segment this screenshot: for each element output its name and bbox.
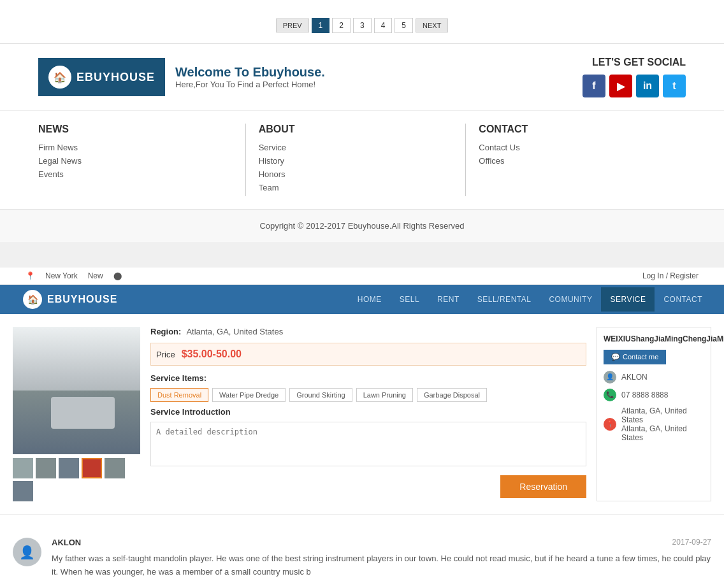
comments-section: 👤 AKLON 2017-09-27 My father was a self-… bbox=[0, 514, 724, 588]
thumb-2[interactable] bbox=[36, 458, 56, 478]
nav-sell[interactable]: SELL bbox=[391, 287, 428, 312]
nav-comunity[interactable]: COMUNITY bbox=[540, 287, 601, 312]
nav-service[interactable]: SERVICE bbox=[601, 287, 655, 312]
topbar: 📍 New York New ⬤ Log In / Register bbox=[0, 268, 724, 285]
comment-author: AKLON bbox=[52, 538, 81, 547]
service-intro-textarea[interactable] bbox=[150, 422, 586, 466]
price-row: Price $35.00-50.00 bbox=[150, 343, 586, 366]
nav-contact[interactable]: CONTACT bbox=[655, 287, 711, 312]
service-details: Region: Atlanta, GA, United States Price… bbox=[150, 327, 586, 501]
page-3-button[interactable]: 3 bbox=[353, 18, 372, 33]
address-line1: Atlanta, GA, United States bbox=[621, 406, 704, 424]
logo-box: 🏠 EBUYHOUSE bbox=[38, 58, 165, 96]
linkedin-icon[interactable]: in bbox=[636, 75, 659, 97]
tagline-text: Here,For You To Find a Perfect Home! bbox=[175, 80, 315, 89]
comment-avatar: 👤 bbox=[13, 538, 41, 566]
copyright-text: Copyright © 2012-2017 Ebuyhouse.All Righ… bbox=[259, 221, 464, 231]
section-top: PREV 1 2 3 4 5 NEXT 🏠 EBUYHOUSE Welcome … bbox=[0, 0, 724, 242]
thumb-5[interactable] bbox=[105, 458, 125, 478]
page-4-button[interactable]: 4 bbox=[374, 18, 393, 33]
footer-col-contact: CONTACT Contact Us Offices bbox=[465, 124, 686, 196]
footer-col-about: ABOUT Service History Honors Team bbox=[245, 124, 466, 196]
logo-tagline: Welcome To Ebuyhouse. Here,For You To Fi… bbox=[175, 65, 325, 89]
news-title: NEWS bbox=[38, 124, 233, 135]
nav-items: HOME SELL RENT SELL/RENTAL COMUNITY SERV… bbox=[349, 287, 711, 312]
topbar-location: New York bbox=[45, 271, 78, 280]
tag-dust-removal[interactable]: Dust Removal bbox=[150, 388, 208, 402]
about-title: ABOUT bbox=[259, 124, 453, 135]
comment-text: My father was a self-taught mandolin pla… bbox=[52, 552, 711, 579]
phone-number: 07 8888 8888 bbox=[621, 391, 668, 399]
nav-rent[interactable]: RENT bbox=[428, 287, 468, 312]
topbar-status: New bbox=[88, 271, 103, 280]
location-icon: 📍 bbox=[604, 418, 616, 431]
region-value: Atlanta, GA, United States bbox=[186, 327, 283, 336]
page-2-button[interactable]: 2 bbox=[332, 18, 351, 33]
thumb-1[interactable] bbox=[13, 458, 33, 478]
team-link[interactable]: Team bbox=[259, 183, 453, 192]
agent-name: AKLON bbox=[621, 373, 648, 382]
contact-me-button[interactable]: 💬 Contact me bbox=[604, 350, 666, 364]
welcome-text: Welcome To Ebuyhouse. bbox=[175, 65, 325, 80]
service-tags: Dust Removal Water Pipe Dredge Ground Sk… bbox=[150, 388, 586, 402]
tag-lawn-pruning[interactable]: Lawn Pruning bbox=[356, 388, 413, 402]
page-1-button[interactable]: 1 bbox=[312, 18, 330, 33]
nav-sell-rental[interactable]: SELL/RENTAL bbox=[468, 287, 540, 312]
comment-date: 2017-09-27 bbox=[672, 538, 711, 547]
contact-company: WEIXIUShangJiaMingChengJiaMingCheng bbox=[604, 334, 704, 345]
thumb-6[interactable] bbox=[13, 481, 33, 501]
offices-link[interactable]: Offices bbox=[479, 156, 673, 166]
social-area: LET'S GET SOCIAL f ▶ in t bbox=[583, 57, 686, 97]
honors-link[interactable]: Honors bbox=[259, 169, 453, 179]
reservation-button[interactable]: Reservation bbox=[500, 475, 586, 498]
youtube-icon[interactable]: ▶ bbox=[609, 75, 632, 97]
region-row: Region: Atlanta, GA, United States bbox=[150, 327, 586, 336]
comment-header: AKLON 2017-09-27 bbox=[52, 538, 711, 547]
topbar-right: Log In / Register bbox=[642, 271, 699, 280]
price-value: $35.00-50.00 bbox=[182, 348, 242, 360]
social-title: LET'S GET SOCIAL bbox=[583, 57, 686, 68]
nav-logo-text: EBUYHOUSE bbox=[47, 294, 117, 305]
contact-agent-row: 👤 AKLON bbox=[604, 371, 704, 384]
content-wrapper: Region: Atlanta, GA, United States Price… bbox=[0, 314, 724, 514]
thumbnails bbox=[13, 458, 140, 501]
service-intro-label: Service Introduction bbox=[150, 407, 586, 417]
legal-news-link[interactable]: Legal News bbox=[38, 156, 233, 166]
chat-icon: 💬 bbox=[611, 353, 620, 361]
facebook-icon[interactable]: f bbox=[583, 75, 605, 97]
comment-item: 👤 AKLON 2017-09-27 My father was a self-… bbox=[13, 527, 711, 588]
thumb-3[interactable] bbox=[59, 458, 79, 478]
social-icons: f ▶ in t bbox=[583, 75, 686, 97]
footer-nav: NEWS Firm News Legal News Events ABOUT S… bbox=[0, 110, 724, 209]
page-5-button[interactable]: 5 bbox=[395, 18, 413, 33]
tag-water-pipe[interactable]: Water Pipe Dredge bbox=[212, 388, 286, 402]
main-nav: 🏠 EBUYHOUSE HOME SELL RENT SELL/RENTAL C… bbox=[0, 285, 724, 314]
thumb-4[interactable] bbox=[82, 458, 102, 478]
address-line2: Atlanta, GA, United States bbox=[621, 424, 704, 442]
history-link[interactable]: History bbox=[259, 156, 453, 166]
tag-ground-skirting[interactable]: Ground Skirting bbox=[289, 388, 352, 402]
logo-text: EBUYHOUSE bbox=[76, 71, 155, 84]
main-image bbox=[13, 327, 140, 454]
twitter-icon[interactable]: t bbox=[663, 75, 686, 97]
footer-top: 🏠 EBUYHOUSE Welcome To Ebuyhouse. Here,F… bbox=[0, 44, 724, 110]
firm-news-link[interactable]: Firm News bbox=[38, 143, 233, 152]
pin-icon: 📍 bbox=[25, 271, 35, 280]
gallery-section bbox=[13, 327, 140, 501]
events-link[interactable]: Events bbox=[38, 169, 233, 179]
region-label: Region: bbox=[150, 327, 181, 336]
contact-card: WEIXIUShangJiaMingChengJiaMingCheng 💬 Co… bbox=[597, 327, 711, 501]
agent-icon: 👤 bbox=[604, 371, 616, 384]
contact-us-link[interactable]: Contact Us bbox=[479, 143, 673, 152]
login-register-link[interactable]: Log In / Register bbox=[642, 271, 699, 280]
pagination: PREV 1 2 3 4 5 NEXT bbox=[0, 13, 724, 44]
prev-button[interactable]: PREV bbox=[276, 18, 309, 32]
nav-home[interactable]: HOME bbox=[349, 287, 391, 312]
service-link[interactable]: Service bbox=[259, 143, 453, 152]
price-label: Price bbox=[156, 350, 175, 359]
nav-logo: 🏠 EBUYHOUSE bbox=[13, 285, 127, 314]
copyright: Copyright © 2012-2017 Ebuyhouse.All Righ… bbox=[0, 209, 724, 242]
section-bottom: 📍 New York New ⬤ Log In / Register 🏠 EBU… bbox=[0, 268, 724, 588]
next-button[interactable]: NEXT bbox=[416, 18, 448, 32]
tag-garbage-disposal[interactable]: Garbage Disposal bbox=[417, 388, 487, 402]
